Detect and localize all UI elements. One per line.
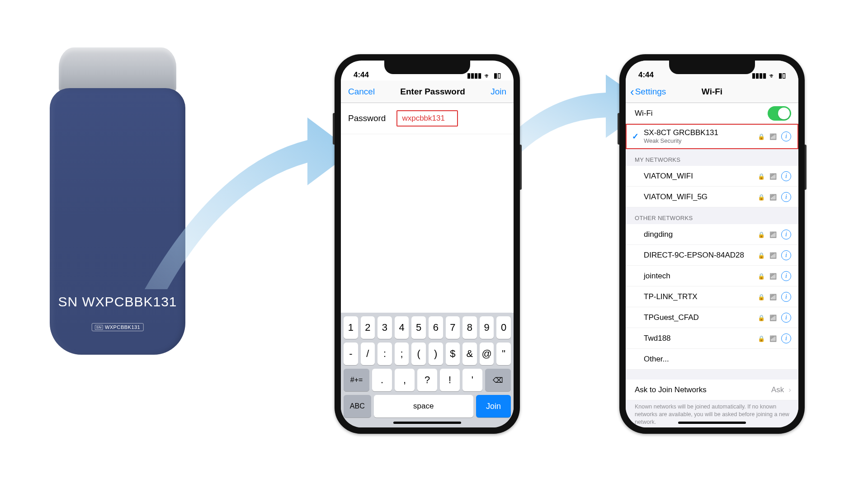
key-join[interactable]: Join: [476, 395, 511, 418]
key-4[interactable]: 4: [395, 316, 409, 339]
status-icons: ▮▮▮▮ ᯤ ▮▯: [467, 71, 501, 80]
other-label: Other...: [644, 355, 791, 364]
key-qmark[interactable]: ?: [417, 369, 437, 391]
lock-icon: [758, 272, 765, 281]
key-colon[interactable]: :: [377, 343, 392, 365]
lock-icon: [758, 172, 765, 181]
info-icon[interactable]: i: [781, 171, 791, 181]
keyboard-row-1: 1 2 3 4 5 6 7 8 9 0: [344, 316, 511, 339]
key-quote[interactable]: ": [496, 343, 511, 365]
home-indicator: [393, 422, 461, 424]
password-input[interactable]: [396, 110, 458, 127]
section-other-networks: OTHER NETWORKS: [626, 207, 798, 224]
wifi-toggle[interactable]: [768, 106, 791, 121]
network-row[interactable]: dingding i: [626, 224, 798, 245]
wifi-signal-icon: [769, 272, 777, 281]
cancel-button[interactable]: Cancel: [348, 87, 375, 97]
lock-icon: [758, 230, 765, 239]
key-period[interactable]: .: [372, 369, 392, 391]
key-6[interactable]: 6: [429, 316, 443, 339]
lock-icon: [758, 251, 765, 260]
device-cap: [59, 47, 176, 93]
keyboard: 1 2 3 4 5 6 7 8 9 0 - / : ; ( ) $ & @: [341, 313, 514, 427]
network-ssid: VIATOM_WIFI: [644, 172, 758, 181]
key-apos[interactable]: ': [462, 369, 482, 391]
battery-icon: ▮▯: [494, 71, 501, 80]
network-ssid: dingding: [644, 230, 758, 239]
key-at[interactable]: @: [480, 343, 494, 365]
info-icon[interactable]: i: [781, 230, 791, 239]
key-2[interactable]: 2: [361, 316, 375, 339]
network-row[interactable]: TP-LINK_TRTX i: [626, 286, 798, 307]
key-dollar[interactable]: $: [446, 343, 460, 365]
lock-icon: [758, 292, 765, 301]
network-row[interactable]: jointech i: [626, 266, 798, 286]
status-icons: ▮▮▮▮ ᯤ ▮▯: [752, 71, 786, 80]
notch: [384, 61, 470, 74]
key-semi[interactable]: ;: [395, 343, 409, 365]
network-row[interactable]: Twd188 i: [626, 328, 798, 349]
back-button[interactable]: ‹ Settings: [630, 86, 666, 98]
connected-network-row[interactable]: SX-8CT GRCBBK131 Weak Security i: [626, 124, 798, 149]
key-backspace[interactable]: ⌫: [485, 369, 511, 391]
key-space[interactable]: space: [374, 395, 473, 418]
network-row[interactable]: TPGuest_CFAD i: [626, 307, 798, 328]
wifi-list[interactable]: Wi-Fi SX-8CT GRCBBK131 Weak Security i M…: [626, 103, 798, 427]
wifi-signal-icon: [769, 251, 777, 260]
ask-label: Ask to Join Networks: [635, 385, 771, 394]
info-icon[interactable]: i: [781, 131, 791, 141]
key-9[interactable]: 9: [480, 316, 494, 339]
phone-wifi-settings: 4:44 ▮▮▮▮ ᯤ ▮▯ ‹ Settings Wi-Fi Wi-Fi SX…: [619, 54, 805, 434]
chevron-right-icon: ›: [788, 385, 791, 394]
network-row[interactable]: VIATOM_WIFI i: [626, 166, 798, 187]
wifi-signal-icon: [769, 132, 777, 141]
wifi-icon: ᯤ: [769, 72, 776, 80]
info-icon[interactable]: i: [781, 333, 791, 343]
chevron-left-icon: ‹: [630, 86, 634, 98]
key-3[interactable]: 3: [377, 316, 392, 339]
status-time: 4:44: [638, 70, 654, 80]
key-8[interactable]: 8: [462, 316, 477, 339]
network-ssid: TP-LINK_TRTX: [644, 292, 758, 301]
content-spacer: [341, 134, 514, 313]
key-5[interactable]: 5: [411, 316, 426, 339]
info-icon[interactable]: i: [781, 250, 791, 260]
join-button[interactable]: Join: [491, 87, 506, 97]
section-gap: [626, 370, 798, 380]
info-icon[interactable]: i: [781, 292, 791, 302]
key-dash[interactable]: -: [344, 343, 358, 365]
network-row[interactable]: DIRECT-9C-EPSON-84AD28 i: [626, 245, 798, 266]
key-symbols[interactable]: #+=: [344, 369, 369, 391]
wifi-toggle-row[interactable]: Wi-Fi: [626, 103, 798, 124]
device-sn-tag-value: WXPCBBK131: [105, 324, 140, 330]
key-comma[interactable]: ,: [395, 369, 415, 391]
battery-icon: ▮▯: [778, 71, 786, 80]
key-slash[interactable]: /: [361, 343, 375, 365]
network-row[interactable]: VIATOM_WIFI_5G i: [626, 187, 798, 207]
connected-ssid: SX-8CT GRCBBK131: [644, 128, 758, 137]
info-icon[interactable]: i: [781, 271, 791, 281]
connected-subtitle: Weak Security: [644, 137, 758, 144]
key-excl[interactable]: !: [440, 369, 460, 391]
key-0[interactable]: 0: [496, 316, 511, 339]
phone-enter-password: 4:44 ▮▮▮▮ ᯤ ▮▯ Cancel Enter Password Joi…: [335, 54, 520, 434]
key-rparen[interactable]: ): [429, 343, 443, 365]
network-ssid: jointech: [644, 272, 758, 281]
device-sn-tag-prefix: SN: [95, 325, 103, 330]
key-amp[interactable]: &: [462, 343, 477, 365]
phone-b-screen: 4:44 ▮▮▮▮ ᯤ ▮▯ ‹ Settings Wi-Fi Wi-Fi SX…: [626, 61, 798, 427]
keyboard-row-2: - / : ; ( ) $ & @ ": [344, 343, 511, 365]
info-icon[interactable]: i: [781, 192, 791, 202]
wifi-icon: ᯤ: [484, 72, 491, 80]
lock-icon: [758, 192, 765, 202]
other-network-row[interactable]: Other...: [626, 349, 798, 370]
key-1[interactable]: 1: [344, 316, 358, 339]
ask-to-join-row[interactable]: Ask to Join Networks Ask ›: [626, 380, 798, 400]
lock-icon: [758, 132, 765, 141]
wifi-signal-icon: [769, 313, 777, 322]
key-lparen[interactable]: (: [411, 343, 426, 365]
info-icon[interactable]: i: [781, 313, 791, 323]
key-abc[interactable]: ABC: [344, 395, 371, 418]
section-my-networks: MY NETWORKS: [626, 149, 798, 166]
key-7[interactable]: 7: [446, 316, 460, 339]
